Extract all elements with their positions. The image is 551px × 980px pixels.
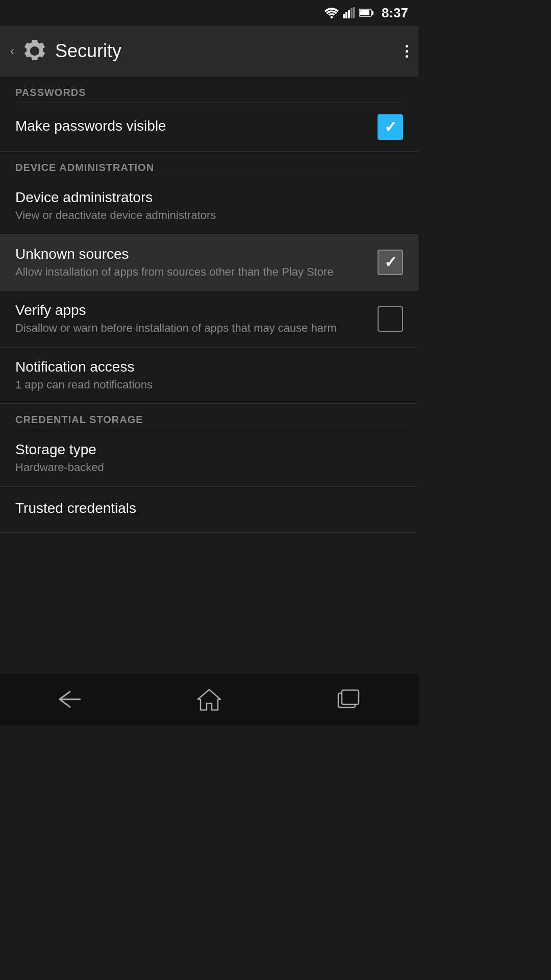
trusted-credentials-text: Trusted credentials: [15, 500, 403, 519]
nav-recent-button[interactable]: [328, 679, 369, 720]
notification-access-subtitle: 1 app can read notifications: [15, 378, 403, 393]
verify-apps-title: Verify apps: [15, 302, 378, 318]
checkmark-icon: ✓: [384, 255, 397, 270]
passwords-section-header: PASSWORDS: [0, 77, 418, 103]
device-administrators-item[interactable]: Device administrators View or deactivate…: [0, 178, 418, 235]
unknown-sources-text: Unknown sources Allow installation of ap…: [15, 246, 378, 280]
verify-apps-checkbox[interactable]: [378, 306, 403, 332]
svg-point-0: [330, 16, 333, 19]
svg-rect-5: [353, 7, 355, 18]
unknown-sources-title: Unknown sources: [15, 246, 378, 262]
notification-access-item[interactable]: Notification access 1 app can read notif…: [0, 348, 418, 404]
trusted-credentials-item[interactable]: Trusted credentials: [0, 487, 418, 533]
make-passwords-visible-text: Make passwords visible: [15, 118, 378, 137]
nav-recent-icon: [336, 688, 361, 711]
nav-home-icon: [196, 688, 222, 711]
verify-apps-text: Verify apps Disallow or warn before inst…: [15, 302, 378, 336]
unknown-sources-checkbox[interactable]: ✓: [378, 250, 403, 275]
svg-marker-10: [198, 690, 220, 710]
nav-bar: [0, 674, 418, 725]
signal-icon: [343, 7, 355, 18]
storage-type-subtitle: Hardware-backed: [15, 460, 403, 475]
make-passwords-visible-checkbox[interactable]: ✓: [378, 114, 403, 140]
device-administrators-subtitle: View or deactivate device administrators: [15, 208, 403, 223]
settings-content: PASSWORDS Make passwords visible ✓ DEVIC…: [0, 77, 418, 533]
status-icons: 8:37: [324, 5, 408, 21]
make-passwords-visible-title: Make passwords visible: [15, 118, 378, 134]
svg-rect-8: [360, 10, 369, 15]
page-title: Security: [55, 40, 406, 62]
notification-access-title: Notification access: [15, 359, 403, 375]
unknown-sources-item[interactable]: Unknown sources Allow installation of ap…: [0, 235, 418, 291]
svg-rect-4: [350, 8, 353, 18]
status-bar: 8:37: [0, 0, 418, 26]
storage-type-text: Storage type Hardware-backed: [15, 442, 403, 475]
credential-storage-header: CREDENTIAL STORAGE: [0, 404, 418, 430]
svg-rect-12: [342, 690, 359, 704]
nav-back-button[interactable]: [49, 679, 90, 720]
back-arrow[interactable]: ‹: [10, 44, 14, 58]
device-administration-header: DEVICE ADMINISTRATION: [0, 152, 418, 178]
device-administrators-text: Device administrators View or deactivate…: [15, 189, 403, 223]
wifi-icon: [324, 7, 339, 18]
svg-rect-3: [348, 10, 350, 18]
make-passwords-visible-item[interactable]: Make passwords visible ✓: [0, 103, 418, 152]
svg-rect-7: [372, 11, 373, 15]
app-bar: ‹ Security: [0, 26, 418, 77]
storage-type-item[interactable]: Storage type Hardware-backed: [0, 430, 418, 487]
security-gear-icon: [22, 38, 47, 64]
storage-type-title: Storage type: [15, 442, 403, 458]
device-administrators-title: Device administrators: [15, 189, 403, 206]
svg-rect-2: [345, 12, 347, 18]
trusted-credentials-title: Trusted credentials: [15, 500, 403, 517]
nav-home-button[interactable]: [189, 679, 230, 720]
checkmark-icon: ✓: [384, 119, 397, 135]
notification-access-text: Notification access 1 app can read notif…: [15, 359, 403, 393]
unknown-sources-subtitle: Allow installation of apps from sources …: [15, 265, 378, 280]
nav-back-icon: [57, 689, 83, 709]
device-administration-section: DEVICE ADMINISTRATION Device administrat…: [0, 152, 418, 404]
status-time: 8:37: [382, 5, 408, 21]
verify-apps-item[interactable]: Verify apps Disallow or warn before inst…: [0, 291, 418, 348]
passwords-section: PASSWORDS Make passwords visible ✓: [0, 77, 418, 152]
battery-icon: [359, 8, 373, 17]
more-menu-button[interactable]: [406, 45, 408, 58]
verify-apps-subtitle: Disallow or warn before installation of …: [15, 321, 378, 336]
svg-rect-1: [343, 14, 345, 18]
credential-storage-section: CREDENTIAL STORAGE Storage type Hardware…: [0, 404, 418, 533]
